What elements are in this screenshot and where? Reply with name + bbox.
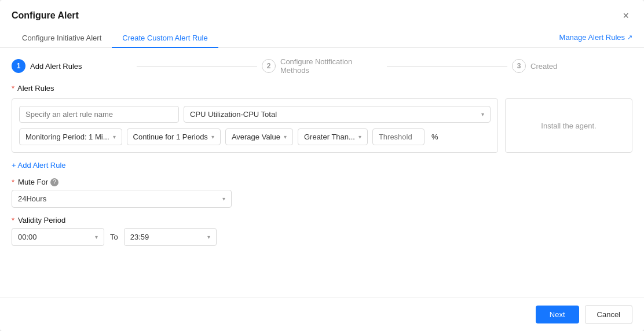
step-3: 3 Created bbox=[512, 59, 632, 73]
threshold-input[interactable] bbox=[372, 128, 425, 145]
metric-select-value: CPU Utilization-CPU Total bbox=[190, 110, 277, 119]
monitoring-period-chevron-icon: ▾ bbox=[113, 134, 116, 140]
step-1: 1 Add Alert Rules bbox=[12, 59, 132, 73]
validity-row: 00:00 ▾ To 23:59 ▾ bbox=[12, 228, 632, 246]
threshold-unit-label: % bbox=[429, 129, 441, 145]
mute-for-select[interactable]: 24Hours ▾ bbox=[12, 190, 232, 208]
monitoring-period-select[interactable]: Monitoring Period: 1 Mi... ▾ bbox=[19, 128, 122, 145]
modal-body: * Alert Rules CPU Utilization-CPU Total … bbox=[0, 84, 644, 297]
monitoring-period-value: Monitoring Period: 1 Mi... bbox=[25, 133, 109, 141]
validity-to-chevron-icon: ▾ bbox=[207, 234, 210, 240]
cancel-button[interactable]: Cancel bbox=[585, 305, 632, 324]
next-button[interactable]: Next bbox=[536, 306, 579, 323]
continue-periods-value: Continue for 1 Periods bbox=[133, 133, 208, 141]
step-1-circle: 1 bbox=[12, 59, 25, 73]
mute-for-row: * Mute For ? 24Hours ▾ bbox=[12, 178, 632, 208]
alert-rules-label: Alert Rules bbox=[17, 84, 54, 93]
mute-for-required-star: * bbox=[12, 178, 14, 186]
to-label: To bbox=[110, 233, 118, 241]
step-2-label: Configure Notification Methods bbox=[280, 57, 382, 75]
stepper: 1 Add Alert Rules 2 Configure Notificati… bbox=[0, 48, 644, 84]
mute-for-chevron-icon: ▾ bbox=[222, 196, 225, 202]
stat-method-select[interactable]: Average Value ▾ bbox=[225, 128, 293, 145]
add-alert-rule-button[interactable]: + Add Alert Rule bbox=[12, 159, 632, 172]
external-link-icon: ↗ bbox=[627, 34, 632, 41]
configure-alert-modal: Configure Alert × Configure Initiative A… bbox=[0, 0, 644, 331]
alert-rule-name-input[interactable] bbox=[19, 106, 179, 123]
continue-periods-select[interactable]: Continue for 1 Periods ▾ bbox=[127, 128, 221, 145]
comparison-chevron-icon: ▾ bbox=[358, 134, 361, 140]
step-2-circle: 2 bbox=[262, 59, 276, 73]
alert-rules-right-panel: Install the agent. bbox=[505, 98, 632, 153]
stat-method-chevron-icon: ▾ bbox=[284, 134, 287, 140]
rule-row-2: Monitoring Period: 1 Mi... ▾ Continue fo… bbox=[19, 128, 491, 145]
tabs-left: Configure Initiative Alert Create Custom… bbox=[12, 29, 218, 47]
metric-chevron-icon: ▾ bbox=[481, 111, 484, 117]
validity-from-chevron-icon: ▾ bbox=[95, 234, 98, 240]
validity-required-star: * bbox=[12, 216, 14, 225]
install-agent-text: Install the agent. bbox=[541, 122, 596, 130]
close-button[interactable]: × bbox=[619, 9, 632, 22]
validity-to-value: 23:59 bbox=[130, 233, 149, 241]
comparison-value: Greater Than... bbox=[304, 133, 355, 141]
validity-from-select[interactable]: 00:00 ▾ bbox=[12, 228, 104, 246]
rule-row-1: CPU Utilization-CPU Total ▾ bbox=[19, 106, 491, 123]
step-line-2 bbox=[387, 66, 507, 67]
validity-from-value: 00:00 bbox=[18, 233, 37, 241]
alert-rules-left: CPU Utilization-CPU Total ▾ Monitoring P… bbox=[12, 98, 498, 153]
step-3-label: Created bbox=[530, 62, 557, 71]
modal-header: Configure Alert × bbox=[0, 0, 644, 22]
step-2: 2 Configure Notification Methods bbox=[262, 57, 382, 75]
mute-for-value: 24Hours bbox=[18, 194, 46, 203]
modal-title: Configure Alert bbox=[12, 10, 79, 21]
tab-bar: Configure Initiative Alert Create Custom… bbox=[0, 29, 644, 48]
tab-configure-initiative[interactable]: Configure Initiative Alert bbox=[12, 29, 112, 48]
required-star: * bbox=[12, 84, 14, 93]
validity-period-row: * Validity Period 00:00 ▾ To 23:59 ▾ bbox=[12, 216, 632, 246]
validity-to-select[interactable]: 23:59 ▾ bbox=[124, 228, 217, 246]
mute-for-label-text: Mute For bbox=[18, 178, 48, 186]
alert-rules-container: CPU Utilization-CPU Total ▾ Monitoring P… bbox=[12, 98, 632, 153]
step-1-label: Add Alert Rules bbox=[30, 62, 82, 71]
modal-footer: Next Cancel bbox=[0, 297, 644, 331]
continue-periods-chevron-icon: ▾ bbox=[211, 134, 214, 140]
stat-method-value: Average Value bbox=[232, 133, 280, 141]
validity-period-label: * Validity Period bbox=[12, 216, 632, 225]
comparison-select[interactable]: Greater Than... ▾ bbox=[298, 128, 368, 145]
manage-link-label: Manage Alert Rules bbox=[559, 33, 625, 42]
alert-rules-section-label: * Alert Rules bbox=[12, 84, 632, 93]
validity-period-label-text: Validity Period bbox=[18, 216, 65, 225]
mute-for-label: * Mute For ? bbox=[12, 178, 632, 186]
metric-select[interactable]: CPU Utilization-CPU Total ▾ bbox=[184, 106, 491, 123]
tab-create-custom[interactable]: Create Custom Alert Rule bbox=[112, 29, 218, 48]
mute-for-help-icon[interactable]: ? bbox=[50, 178, 58, 186]
step-3-circle: 3 bbox=[512, 59, 526, 73]
manage-alert-rules-link[interactable]: Manage Alert Rules ↗ bbox=[559, 33, 632, 47]
step-line-1 bbox=[137, 66, 257, 67]
